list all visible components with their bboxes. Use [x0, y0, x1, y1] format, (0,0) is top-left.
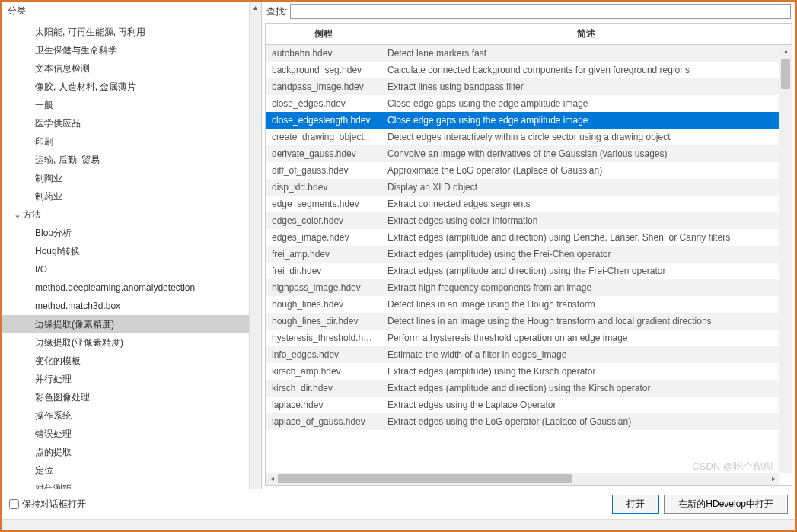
category-tree[interactable]: 太阳能, 可再生能源, 再利用卫生保健与生命科学文本信息检测像胶, 人造材料, … [2, 21, 261, 489]
table-row[interactable]: frei_amp.hdevExtract edges (amplitude) u… [266, 246, 792, 263]
table-body[interactable]: autobahn.hdevDetect lane markers fastbac… [266, 45, 792, 485]
column-header-name[interactable]: 例程 [266, 24, 381, 44]
button-group: 打开 在新的HDevelop中打开 [612, 495, 788, 514]
table-row[interactable]: frei_dir.hdevExtract edges (amplitude an… [266, 263, 792, 279]
tree-item[interactable]: 点的提取 [2, 443, 261, 461]
cell-desc: Extract edges (amplitude and direction) … [381, 229, 792, 246]
cell-name: edges_image.hdev [266, 229, 381, 246]
tree-item[interactable]: 对焦测距 [2, 479, 261, 489]
tree-item[interactable]: 文本信息检测 [2, 59, 261, 78]
scroll-left-icon[interactable]: ◂ [266, 473, 278, 485]
cell-name: close_edges.hdev [266, 95, 381, 112]
keep-open-checkbox[interactable] [9, 499, 19, 509]
table-row[interactable]: edge_segments.hdevExtract connected edge… [266, 196, 792, 212]
example-table: 例程 简述 autobahn.hdevDetect lane markers f… [265, 23, 792, 486]
keep-open-checkbox-wrap[interactable]: 保持对话框打开 [9, 498, 86, 511]
cell-name: laplace_of_gauss.hdev [266, 413, 381, 430]
table-row[interactable]: kirsch_dir.hdevExtract edges (amplitude … [266, 380, 792, 397]
cell-desc: Display an XLD object [381, 179, 792, 196]
table-row[interactable]: info_edges.hdevEstimate the width of a f… [266, 346, 792, 363]
cell-desc: Extract lines using bandpass filter [381, 78, 792, 95]
h-scroll-thumb[interactable] [278, 474, 572, 483]
table-row[interactable]: disp_xld.hdevDisplay an XLD object [266, 179, 792, 196]
table-row[interactable]: hough_lines.hdevDetect lines in an image… [266, 296, 792, 313]
left-scrollbar[interactable]: ▴ [249, 2, 261, 489]
table-row[interactable]: derivate_gauss.hdevConvolve an image wit… [266, 145, 792, 162]
tree-item[interactable]: 错误处理 [2, 425, 261, 443]
tree-item[interactable]: 制陶业 [2, 169, 261, 187]
open-button[interactable]: 打开 [612, 495, 659, 514]
tree-item[interactable]: I/O [2, 260, 261, 279]
cell-name: hough_lines.hdev [266, 296, 381, 313]
tree-item[interactable]: method.deeplearning.anomalydetection [2, 279, 261, 297]
right-scrollbar[interactable]: ▴ [779, 45, 792, 473]
cell-name: info_edges.hdev [266, 346, 381, 363]
cell-name: diff_of_gauss.hdev [266, 162, 381, 179]
cell-desc: Detect edges interactively within a circ… [381, 129, 792, 145]
cell-desc: Extract edges using color information [381, 212, 792, 229]
table-row[interactable]: autobahn.hdevDetect lane markers fast [266, 45, 792, 62]
table-row[interactable]: hough_lines_dir.hdevDetect lines in an i… [266, 313, 792, 330]
cell-desc: Extract edges (amplitude and direction) … [381, 380, 792, 397]
tree-item[interactable]: 边缘提取(亚像素精度) [2, 333, 261, 352]
tree-group-methods[interactable]: ⌄方法 [2, 205, 261, 224]
tree-item[interactable]: method.match3d.box [2, 297, 261, 315]
keep-open-label: 保持对话框打开 [22, 498, 86, 511]
cell-desc: Close edge gaps using the edge amplitude… [381, 112, 792, 129]
cell-name: disp_xld.hdev [266, 179, 381, 196]
search-input[interactable] [290, 4, 791, 19]
scroll-right-icon[interactable]: ▸ [767, 473, 779, 485]
table-row[interactable]: hysteresis_threshold.hdevPerform a hyste… [266, 330, 792, 346]
category-panel: 分类 太阳能, 可再生能源, 再利用卫生保健与生命科学文本信息检测像胶, 人造材… [2, 2, 262, 489]
tree-item[interactable]: 运输, 后勤, 贸易 [2, 151, 261, 169]
table-row[interactable]: laplace_of_gauss.hdevExtract edges using… [266, 413, 792, 430]
table-row[interactable]: bandpass_image.hdevExtract lines using b… [266, 78, 792, 95]
cell-name: background_seg.hdev [266, 62, 381, 78]
table-row[interactable]: edges_color.hdevExtract edges using colo… [266, 212, 792, 229]
tree-item[interactable]: Blob分析 [2, 224, 261, 242]
table-row[interactable]: close_edges.hdevClose edge gaps using th… [266, 95, 792, 112]
tree-item[interactable]: 定位 [2, 461, 261, 479]
table-row[interactable]: create_drawing_object_c...Detect edges i… [266, 129, 792, 145]
example-panel: 查找: 例程 简述 autobahn.hdevDetect lane marke… [262, 2, 795, 489]
table-header: 例程 简述 [266, 24, 792, 45]
open-new-button[interactable]: 在新的HDevelop中打开 [664, 495, 788, 514]
cell-name: close_edgeslength.hdev [266, 112, 381, 129]
tree-item[interactable]: 操作系统 [2, 406, 261, 425]
tree-item[interactable]: 印刷 [2, 132, 261, 151]
horizontal-scrollbar[interactable]: ◂ ▸ [266, 473, 779, 485]
cell-desc: Approximate the LoG operator (Laplace of… [381, 162, 792, 179]
cell-name: autobahn.hdev [266, 45, 381, 62]
tree-item[interactable]: 像胶, 人造材料, 金属薄片 [2, 78, 261, 96]
cell-name: frei_amp.hdev [266, 246, 381, 263]
table-row[interactable]: kirsch_amp.hdevExtract edges (amplitude)… [266, 363, 792, 380]
tree-item[interactable]: 边缘提取(像素精度) [2, 315, 261, 333]
table-row[interactable]: diff_of_gauss.hdevApproximate the LoG op… [266, 162, 792, 179]
table-row[interactable]: edges_image.hdevExtract edges (amplitude… [266, 229, 792, 246]
tree-item[interactable]: 太阳能, 可再生能源, 再利用 [2, 23, 261, 41]
table-row[interactable]: laplace.hdevExtract edges using the Lapl… [266, 397, 792, 413]
bottom-bar: 保持对话框打开 打开 在新的HDevelop中打开 [2, 489, 795, 519]
tree-item[interactable]: 变化的模板 [2, 352, 261, 370]
tree-item[interactable]: 医学供应品 [2, 114, 261, 132]
table-row[interactable]: close_edgeslength.hdevClose edge gaps us… [266, 112, 792, 129]
cell-desc: Detect lane markers fast [381, 45, 792, 62]
tree-item[interactable]: 彩色图像处理 [2, 388, 261, 406]
tree-item[interactable]: Hough转换 [2, 242, 261, 260]
scroll-thumb[interactable] [781, 59, 790, 89]
tree-item[interactable]: 一般 [2, 96, 261, 114]
table-row[interactable]: highpass_image.hdevExtract high frequenc… [266, 279, 792, 296]
status-bar [2, 519, 795, 530]
tree-item[interactable]: 并行处理 [2, 370, 261, 388]
tree-item[interactable]: 卫生保健与生命科学 [2, 41, 261, 59]
table-row[interactable]: background_seg.hdevCalculate connected b… [266, 62, 792, 78]
scroll-up-icon[interactable]: ▴ [250, 2, 261, 14]
cell-desc: Extract connected edges segments [381, 196, 792, 212]
cell-name: laplace.hdev [266, 397, 381, 413]
column-header-desc[interactable]: 简述 [381, 24, 792, 44]
search-label: 查找: [266, 5, 287, 18]
scroll-up-icon[interactable]: ▴ [779, 45, 792, 57]
cell-name: create_drawing_object_c... [266, 129, 381, 145]
tree-item[interactable]: 制药业 [2, 187, 261, 205]
cell-desc: Extract edges using the Laplace Operator [381, 397, 792, 413]
